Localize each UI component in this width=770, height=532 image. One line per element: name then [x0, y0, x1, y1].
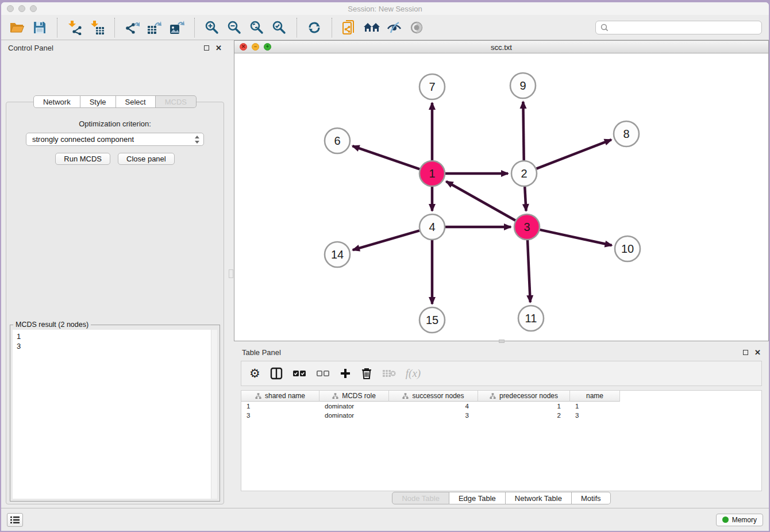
cell-MCDS-role[interactable]: dominator [319, 412, 389, 419]
table-panel: Table Panel ✕ ⚙ [234, 345, 769, 508]
column-type-icon [255, 393, 261, 399]
column-header-predecessor-nodes[interactable]: predecessor nodes [478, 391, 570, 402]
toolbar-separator [194, 18, 195, 37]
edge-2-3[interactable] [525, 187, 526, 211]
apply-layout-button[interactable] [305, 18, 324, 37]
right-side: ✕ − + scc.txt 7968124314101511 Table Pan… [234, 40, 769, 508]
table-panel-header: Table Panel ✕ [234, 345, 769, 359]
mcds-result-text: 1 3 [13, 330, 217, 353]
cell-shared-name[interactable]: 1 [241, 403, 319, 410]
node-label-8: 8 [623, 128, 629, 140]
export-table-button[interactable] [145, 18, 164, 37]
tab-network-table[interactable]: Network Table [506, 492, 572, 504]
vertical-splitter[interactable] [229, 40, 234, 508]
deselect-all-button[interactable] [316, 369, 330, 377]
control-panel-tabs: Network Style Select MCDS [1, 95, 229, 108]
search-field[interactable] [595, 21, 762, 34]
zoom-selected-button[interactable] [270, 18, 288, 37]
close-panel-icon[interactable]: ✕ [215, 45, 222, 51]
node-label-11: 11 [525, 312, 537, 325]
import-table-button[interactable] [88, 18, 106, 37]
toolbar-separator [57, 18, 57, 37]
edge-4-14[interactable] [353, 230, 419, 250]
splitter-handle[interactable] [229, 269, 233, 278]
float-table-panel-icon[interactable] [743, 350, 748, 355]
add-column-button[interactable] [340, 368, 351, 379]
task-history-button[interactable] [7, 513, 23, 527]
search-container [595, 21, 762, 34]
node-label-15: 15 [426, 314, 438, 326]
cell-name[interactable]: 1 [570, 403, 620, 410]
column-header-MCDS-role[interactable]: MCDS role [319, 391, 389, 402]
save-session-button[interactable] [30, 18, 49, 37]
node-label-2: 2 [521, 167, 527, 180]
mcds-result-area[interactable]: 1 3 [13, 330, 217, 499]
close-panel-button[interactable]: Close panel [118, 153, 175, 165]
tab-node-table[interactable]: Node Table [392, 492, 449, 504]
import-network-button[interactable] [66, 18, 84, 37]
cell-predecessor-nodes[interactable]: 1 [478, 403, 570, 410]
tab-motifs[interactable]: Motifs [572, 492, 611, 504]
node-label-9: 9 [519, 79, 526, 92]
edge-3-11[interactable] [528, 240, 530, 302]
column-settings-button[interactable]: ⚙ [249, 367, 260, 380]
network-window-title: scc.txt [234, 43, 768, 52]
zoom-out-button[interactable] [225, 18, 244, 37]
network-graph[interactable]: 7968124314101511 [234, 53, 768, 341]
edge-3-10[interactable] [540, 230, 611, 245]
export-image-button[interactable] [168, 18, 186, 37]
canvas-splitter-handle[interactable] [499, 340, 505, 343]
memory-button[interactable]: Memory [716, 514, 763, 526]
result-scrollbar[interactable] [211, 330, 217, 499]
show-graphics-details-button[interactable] [407, 18, 426, 37]
edge-1-6[interactable] [352, 146, 419, 169]
fx-icon: f(x) [406, 367, 421, 380]
column-panel-icon [270, 367, 283, 380]
node-table[interactable]: shared nameMCDS rolesuccessor nodesprede… [241, 390, 762, 491]
export-network-button[interactable] [123, 18, 141, 37]
edge-3-1[interactable] [446, 182, 515, 221]
table-header-row: shared nameMCDS rolesuccessor nodesprede… [241, 391, 761, 402]
cell-successor-nodes[interactable]: 3 [389, 412, 478, 419]
run-mcds-button[interactable]: Run MCDS [55, 153, 110, 165]
copy-network-icon [342, 20, 357, 36]
column-header-label: successor nodes [412, 392, 464, 400]
edge-2-8[interactable] [536, 140, 611, 169]
search-input[interactable] [612, 24, 757, 32]
cell-predecessor-nodes[interactable]: 2 [478, 412, 570, 419]
deselect-all-icon [316, 369, 330, 377]
column-header-name[interactable]: name [570, 391, 620, 402]
criterion-dropdown[interactable]: strongly connected component [26, 133, 204, 146]
float-panel-icon[interactable] [204, 45, 209, 51]
select-all-button[interactable] [292, 369, 306, 377]
open-session-button[interactable] [8, 18, 26, 37]
zoom-fit-button[interactable] [248, 18, 266, 37]
network-canvas[interactable]: 7968124314101511 [234, 53, 768, 341]
toolbar-separator [332, 18, 332, 37]
close-table-panel-icon[interactable]: ✕ [754, 350, 761, 355]
new-network-from-selection-button[interactable] [340, 18, 359, 37]
delete-columns-button[interactable] [361, 367, 372, 380]
tab-edge-table[interactable]: Edge Table [449, 492, 506, 504]
edge-2-9[interactable] [523, 102, 523, 160]
export-network-icon [124, 20, 140, 35]
first-neighbors-button[interactable] [363, 18, 381, 37]
cell-shared-name[interactable]: 3 [241, 412, 319, 419]
node-label-4: 4 [429, 221, 435, 233]
show-column-panel-button[interactable] [270, 367, 283, 380]
main-toolbar [1, 15, 769, 40]
cell-successor-nodes[interactable]: 4 [389, 403, 478, 410]
tab-select[interactable]: Select [116, 95, 156, 108]
cell-MCDS-role[interactable]: dominator [319, 403, 389, 410]
open-folder-icon [9, 21, 25, 34]
tab-network[interactable]: Network [33, 95, 80, 108]
column-header-shared-name[interactable]: shared name [241, 391, 319, 402]
cell-name[interactable]: 3 [570, 412, 620, 419]
table-row[interactable]: 3dominator323 [241, 411, 761, 420]
tab-style[interactable]: Style [80, 95, 116, 108]
zoom-in-button[interactable] [203, 18, 221, 37]
table-row[interactable]: 1dominator411 [241, 402, 761, 411]
column-header-successor-nodes[interactable]: successor nodes [389, 391, 478, 402]
tab-mcds[interactable]: MCDS [156, 95, 197, 108]
hide-graphics-details-button[interactable] [385, 18, 403, 37]
